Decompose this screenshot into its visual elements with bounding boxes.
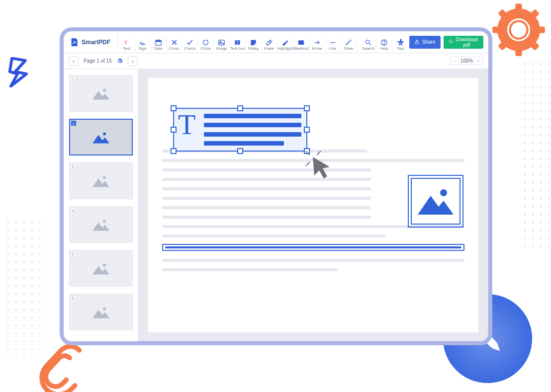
inserted-image[interactable] <box>408 175 463 228</box>
blackout-icon <box>297 38 305 46</box>
thumb-number: 3 <box>71 164 76 169</box>
tool-erase[interactable]: Erase <box>262 37 277 53</box>
canvas[interactable]: T <box>138 69 488 341</box>
svg-point-41 <box>103 308 106 311</box>
tool-sticky[interactable]: Sticky <box>246 37 262 53</box>
tool-tips[interactable]: Tips <box>392 37 408 53</box>
zoom-in-icon[interactable]: + <box>477 58 480 64</box>
image-icon <box>218 38 226 46</box>
cross-icon <box>170 38 178 46</box>
svg-text:T: T <box>236 40 239 45</box>
svg-point-40 <box>103 264 106 267</box>
paperclip-icon <box>37 340 94 390</box>
tool-help[interactable]: Help <box>376 37 392 53</box>
resize-handle-w[interactable] <box>171 127 177 133</box>
text-lines-placeholder <box>204 114 301 146</box>
resize-handle-s[interactable] <box>237 148 243 154</box>
arrow-icon <box>313 38 321 46</box>
svg-point-23 <box>203 40 208 45</box>
highlight-icon <box>281 38 289 46</box>
share-button[interactable]: Share <box>409 36 441 49</box>
zoom-value: 100% <box>458 58 476 64</box>
svg-point-36 <box>103 89 106 92</box>
tool-date[interactable]: Date <box>151 37 167 53</box>
tool-label: Line <box>329 46 337 51</box>
tool-label: Text <box>123 46 130 51</box>
svg-rect-24 <box>219 40 224 45</box>
page-indicator: Page 1 of 15 <box>84 58 112 64</box>
tool-image[interactable]: Image <box>214 37 230 53</box>
text-line <box>162 259 464 262</box>
selected-text-box[interactable]: T <box>173 108 307 152</box>
tool-arrow[interactable]: Arrow <box>309 37 325 53</box>
text-line <box>162 268 338 271</box>
tool-label: Sign <box>138 46 146 51</box>
help-icon <box>380 38 388 46</box>
prev-page-button[interactable]: ‹ <box>69 56 79 66</box>
tool-blackout[interactable]: Blackout <box>293 37 309 53</box>
tool-search[interactable]: Search <box>361 37 376 53</box>
tool-label: Circle <box>201 46 211 51</box>
search-icon <box>365 38 372 46</box>
zoom-out-icon[interactable]: − <box>454 58 457 64</box>
textbox-icon: T <box>234 38 242 46</box>
tool-textbox[interactable]: TText box <box>230 37 246 53</box>
resize-handle-sw[interactable] <box>171 148 177 154</box>
svg-rect-28 <box>298 40 304 45</box>
svg-text:T: T <box>124 39 127 45</box>
gear-icon <box>491 2 546 57</box>
tool-label: Tips <box>397 46 404 51</box>
tool-label: Help <box>380 46 388 51</box>
tool-text[interactable]: TText <box>119 37 135 53</box>
app-name: SmartPDF <box>82 39 110 46</box>
resize-handle-nw[interactable] <box>171 105 177 111</box>
page-thumbnail[interactable]: 2 <box>69 119 133 156</box>
tool-sign[interactable]: Sign <box>135 37 151 53</box>
tool-draw[interactable]: Draw <box>341 37 357 53</box>
tool-cross[interactable]: Cross <box>167 37 183 53</box>
top-toolbar: SmartPDF TTextSignDateCrossCheckCircleIm… <box>64 31 488 53</box>
highlighted-line[interactable] <box>162 244 464 251</box>
text-line <box>162 178 371 181</box>
tool-label: Draw <box>344 46 354 51</box>
page-settings-icon[interactable] <box>117 58 123 64</box>
document-page[interactable]: T <box>148 78 478 332</box>
next-page-button[interactable]: › <box>128 56 138 66</box>
text-line <box>162 216 371 219</box>
tool-check[interactable]: Check <box>183 37 198 53</box>
text-line <box>162 187 371 190</box>
svg-point-31 <box>366 40 370 44</box>
svg-point-10 <box>511 22 527 38</box>
page-thumbnail[interactable]: 5 <box>69 250 133 287</box>
thumb-number: 4 <box>71 208 76 213</box>
tool-label: Arrow <box>312 46 322 51</box>
svg-line-32 <box>369 43 371 45</box>
share-label: Share <box>422 39 436 45</box>
tool-label: Sticky <box>248 46 259 51</box>
page-thumbnails: 123456 <box>64 69 138 341</box>
lightning-icon <box>7 57 30 87</box>
tool-line[interactable]: Line <box>325 37 341 53</box>
resize-handle-e[interactable] <box>304 127 310 133</box>
thumb-number: 5 <box>71 251 76 256</box>
sticky-icon <box>249 38 257 46</box>
resize-handle-n[interactable] <box>237 105 243 111</box>
page-thumbnail[interactable]: 1 <box>69 75 133 112</box>
tool-label: Check <box>184 46 196 51</box>
page-thumbnail[interactable]: 4 <box>69 206 133 243</box>
zoom-control[interactable]: − 100% + <box>450 57 483 65</box>
thumb-number: 2 <box>71 121 76 126</box>
page-navigator: ‹ Page 1 of 15 › <box>64 56 143 66</box>
tool-label: Search <box>362 46 374 51</box>
svg-point-37 <box>103 133 106 136</box>
tool-circle[interactable]: Circle <box>198 37 214 53</box>
page-thumbnail[interactable]: 3 <box>69 162 133 199</box>
erase-icon <box>265 38 273 46</box>
toolbar-actions: Share Download pdf <box>409 31 488 53</box>
svg-point-34 <box>384 44 384 44</box>
resize-handle-ne[interactable] <box>304 105 310 111</box>
tool-highlight[interactable]: Highlight <box>277 37 293 53</box>
tool-label: Erase <box>264 46 275 51</box>
page-thumbnail[interactable]: 6 <box>69 294 133 330</box>
download-button[interactable]: Download pdf <box>444 36 483 49</box>
